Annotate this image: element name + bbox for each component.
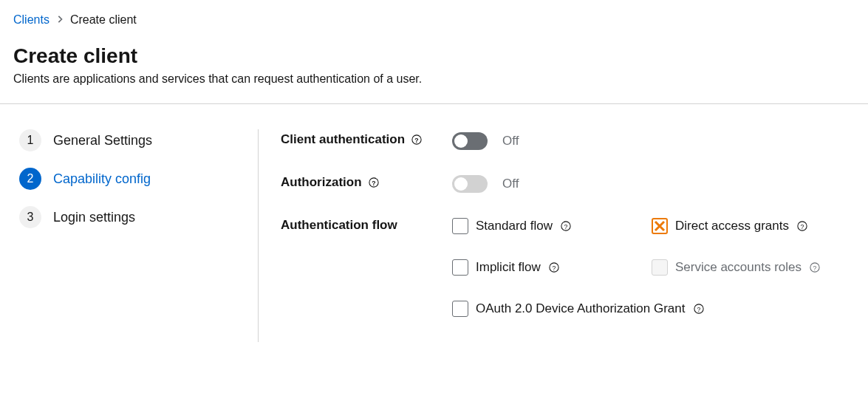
wizard-step-login-settings[interactable]: 3 Login settings — [19, 206, 243, 228]
step-number: 3 — [19, 206, 41, 228]
help-icon[interactable]: ? — [411, 134, 423, 146]
wizard-step-capability-config[interactable]: 2 Capability config — [19, 168, 243, 190]
help-icon[interactable]: ? — [368, 177, 380, 188]
flow-implicit: Implicit flow ? — [452, 259, 652, 276]
divider — [0, 103, 868, 104]
flow-label: Implicit flow — [476, 260, 541, 275]
form-area: Client authentication ? Off Authorizatio… — [259, 129, 868, 342]
flow-oauth-device-grant: OAuth 2.0 Device Authorization Grant ? — [452, 301, 858, 317]
svg-text:?: ? — [697, 306, 700, 313]
checkbox-implicit-flow[interactable] — [452, 259, 468, 276]
svg-text:?: ? — [372, 180, 375, 187]
page-subtitle: Clients are applications and services th… — [13, 72, 868, 86]
toggle-authorization — [452, 175, 488, 193]
help-icon[interactable]: ? — [693, 303, 705, 315]
toggle-client-authentication[interactable] — [452, 132, 488, 150]
breadcrumb-clients-link[interactable]: Clients — [13, 13, 49, 27]
checkbox-oauth-device-grant[interactable] — [452, 301, 468, 317]
step-number: 1 — [19, 129, 41, 151]
flow-label: Service accounts roles — [675, 260, 802, 275]
help-icon[interactable]: ? — [560, 220, 572, 232]
checkbox-direct-access-grants[interactable] — [652, 218, 668, 234]
svg-text:?: ? — [552, 264, 556, 272]
step-number: 2 — [19, 168, 41, 190]
row-client-authentication: Client authentication ? Off — [281, 132, 868, 150]
svg-text:?: ? — [801, 223, 804, 230]
step-label: General Settings — [53, 133, 152, 148]
breadcrumb: Clients Create client — [13, 13, 868, 27]
help-icon[interactable]: ? — [548, 262, 560, 273]
checkbox-service-accounts-roles — [652, 259, 668, 276]
toggle-state-label: Off — [502, 177, 519, 191]
row-authentication-flow: Authentication flow Standard flow ? Dire… — [281, 218, 868, 317]
step-label: Login settings — [53, 210, 135, 225]
step-label: Capability config — [53, 171, 151, 187]
checkbox-standard-flow[interactable] — [452, 218, 468, 234]
label-client-authentication: Client authentication ? — [281, 132, 452, 147]
label-authentication-flow: Authentication flow — [281, 218, 452, 233]
flow-service-accounts-roles: Service accounts roles ? — [652, 259, 858, 276]
toggle-knob — [454, 134, 468, 148]
wizard-nav: 1 General Settings 2 Capability config 3… — [0, 129, 259, 342]
help-icon[interactable]: ? — [809, 262, 821, 273]
svg-text:?: ? — [414, 137, 418, 144]
toggle-knob — [454, 177, 468, 191]
toggle-state-label: Off — [502, 134, 519, 148]
flow-standard: Standard flow ? — [452, 218, 652, 234]
flow-label: Direct access grants — [675, 219, 789, 233]
wizard-step-general-settings[interactable]: 1 General Settings — [19, 129, 243, 151]
flow-label: OAuth 2.0 Device Authorization Grant — [476, 301, 686, 316]
flow-label: Standard flow — [476, 219, 553, 233]
chevron-right-icon — [57, 15, 63, 25]
label-authorization: Authorization ? — [281, 175, 452, 190]
svg-text:?: ? — [813, 264, 817, 272]
row-authorization: Authorization ? Off — [281, 175, 868, 193]
page-title: Create client — [13, 44, 868, 68]
breadcrumb-current: Create client — [70, 13, 137, 27]
svg-text:?: ? — [564, 223, 568, 230]
help-icon[interactable]: ? — [796, 220, 808, 232]
flow-direct-access-grants: Direct access grants ? — [652, 218, 858, 234]
